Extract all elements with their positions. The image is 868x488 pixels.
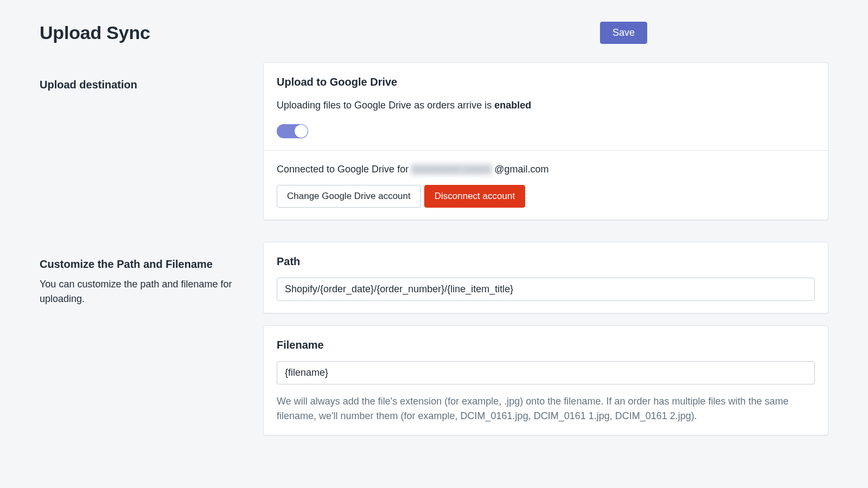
filename-input[interactable] — [277, 361, 815, 384]
connected-account-line: Connected to Google Drive for xxxxxxxxx … — [277, 164, 548, 175]
save-button[interactable]: Save — [600, 22, 647, 44]
path-input[interactable] — [277, 278, 815, 301]
card-title-path: Path — [277, 255, 815, 268]
connected-account-suffix: @gmail.com — [494, 164, 548, 175]
card-title-upload-google-drive: Upload to Google Drive — [277, 76, 815, 88]
filename-help-text: We will always add the file's extension … — [277, 394, 815, 422]
section-heading-upload-destination: Upload destination — [40, 79, 250, 91]
upload-status-text: Uploading files to Google Drive as order… — [277, 98, 815, 112]
connected-prefix: Connected to Google Drive for — [277, 164, 409, 175]
card-upload-google-drive: Upload to Google Drive Uploading files t… — [263, 62, 828, 220]
card-filename: Filename We will always add the file's e… — [263, 325, 828, 435]
section-description-customize: You can customize the path and filename … — [40, 277, 250, 305]
upload-enabled-toggle[interactable] — [277, 124, 308, 138]
page-title: Upload Sync — [40, 22, 150, 43]
section-heading-customize: Customize the Path and Filename — [40, 258, 250, 271]
section-upload-destination: Upload destination Upload to Google Driv… — [40, 62, 828, 232]
card-title-filename: Filename — [277, 339, 815, 351]
section-customize-path-filename: Customize the Path and Filename You can … — [40, 242, 828, 447]
upload-status-prefix: Uploading files to Google Drive as order… — [277, 100, 494, 111]
change-google-account-button[interactable]: Change Google Drive account — [277, 185, 421, 208]
upload-status-value: enabled — [494, 100, 531, 111]
card-path: Path — [263, 242, 828, 313]
connected-account-blurred: xxxxxxxxx xxxxx — [411, 164, 492, 175]
disconnect-account-button[interactable]: Disconnect account — [424, 185, 525, 208]
toggle-knob — [295, 125, 308, 138]
